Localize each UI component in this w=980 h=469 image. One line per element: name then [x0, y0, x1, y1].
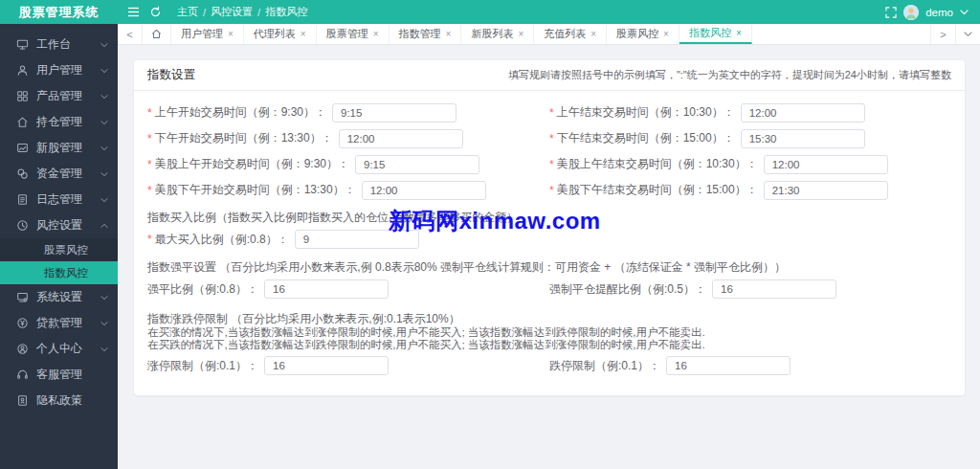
home-icon [16, 116, 29, 128]
field-label: *下午结束交易时间（例：15:00）： [549, 130, 735, 146]
tab-index-management[interactable]: 指数管理× [390, 24, 462, 44]
close-icon[interactable]: × [228, 29, 234, 39]
liquidation-ratio-input[interactable] [264, 279, 389, 299]
user-icon [16, 64, 29, 77]
sidebar-item-customer-service[interactable]: 客服管理 [0, 362, 118, 388]
limit-section: 指数涨跌停限制 （百分比均采用小数来表示,例:0.1表示10%） 在买涨的情况下… [147, 312, 951, 377]
settings-icon [16, 291, 29, 303]
us-pm-open-time-input[interactable] [362, 181, 486, 200]
field-label: *美股上午结束交易时间（例：10:30）： [549, 156, 758, 172]
fullscreen-icon[interactable] [885, 7, 897, 18]
chevron-down-icon [100, 119, 108, 126]
sidebar-item-privacy-policy[interactable]: 隐私政策 [0, 388, 118, 413]
field-label: 强制平仓提醒比例（例:0.5）： [549, 281, 706, 298]
username-label[interactable]: demo [925, 7, 953, 18]
liquidation-alert-ratio-input[interactable] [712, 279, 836, 299]
field-label: *美股下午结束交易时间（例：15:00）： [549, 182, 758, 198]
limit-up-input[interactable] [264, 356, 389, 375]
field-label: *下午开始交易时间（例：13:30）： [147, 130, 333, 146]
close-icon[interactable]: × [446, 29, 452, 39]
chevron-down-icon [100, 346, 108, 353]
breadcrumb: 主页 / 风控设置 / 指数风控 [177, 5, 307, 19]
tab-index-risk[interactable]: 指数风控× [679, 24, 752, 44]
field-label: *上午结束交易时间（例：10:30）： [549, 104, 735, 121]
clock-icon [16, 219, 29, 232]
sidebar-item-users[interactable]: 用户管理 [0, 57, 118, 83]
grid-icon [16, 90, 29, 102]
user-avatar[interactable] [903, 5, 919, 20]
coins-icon [16, 168, 29, 180]
tab-new-stock-list[interactable]: 新股列表× [461, 24, 534, 44]
pm-open-time-input[interactable] [339, 129, 463, 148]
tabs-scroll-right-button[interactable]: > [930, 24, 955, 44]
sidebar-nav: 工作台 用户管理 产品管理 持仓管理 新股管理 资金管理 日志管理 风控设置 股… [0, 24, 118, 469]
monitor-icon [16, 38, 29, 51]
limit-down-input[interactable] [666, 356, 791, 375]
refresh-icon[interactable] [149, 6, 162, 18]
close-icon[interactable]: × [590, 29, 596, 39]
sidebar-subitem-stock-risk[interactable]: 股票风控 [0, 238, 118, 261]
tab-home[interactable] [143, 24, 171, 44]
sidebar-item-products[interactable]: 产品管理 [0, 83, 118, 109]
person-circle-icon [16, 343, 29, 355]
liquidation-section: 指数强平设置 （百分比均采用小数来表示,例 0.8表示80% 强制平仓线计算规则… [147, 260, 951, 301]
field-label: 强平比例（例:0.8）： [147, 281, 258, 298]
sidebar-item-logs[interactable]: 日志管理 [0, 187, 118, 212]
sidebar-item-workbench[interactable]: 工作台 [0, 32, 118, 57]
tab-stock-risk[interactable]: 股票风控× [607, 24, 679, 44]
tab-bar: < 用户管理× 代理列表× 股票管理× 指数管理× 新股列表× 充值列表× 股票… [118, 24, 980, 45]
sidebar-item-new-stocks[interactable]: 新股管理 [0, 135, 118, 161]
chevron-down-icon [100, 41, 108, 49]
field-label: *最大买入比例（例:0.8）： [147, 232, 289, 248]
buy-ratio-section: 指数买入比例（指数买入比例即指数买入的仓位,指数最多能够买的金额） *最大买入比… [147, 211, 951, 251]
us-am-close-time-input[interactable] [764, 155, 888, 174]
chevron-down-icon [100, 294, 108, 302]
time-row: *美股下午开始交易时间（例：13:30）： *美股下午结束交易时间（例：15:0… [147, 177, 951, 203]
policy-doc-icon [16, 394, 29, 407]
home-icon [151, 29, 162, 39]
chevron-down-icon [100, 196, 108, 204]
breadcrumb-home[interactable]: 主页 [177, 5, 198, 19]
breadcrumb-current: 指数风控 [265, 5, 307, 19]
breadcrumb-section[interactable]: 风控设置 [211, 5, 253, 19]
section-heading: 指数涨跌停限制 （百分比均采用小数来表示,例:0.1表示10%） [147, 312, 951, 325]
pm-close-time-input[interactable] [741, 129, 865, 148]
tab-recharge-list[interactable]: 充值列表× [534, 24, 607, 44]
max-buy-ratio-input[interactable] [295, 230, 419, 249]
sidebar-item-profile[interactable]: 个人中心 [0, 336, 118, 362]
am-close-time-input[interactable] [741, 103, 865, 123]
close-icon[interactable]: × [301, 29, 306, 39]
us-am-open-time-input[interactable] [355, 155, 479, 174]
section-heading: 指数买入比例（指数买入比例即指数买入的仓位,指数最多能够买的金额） [147, 211, 951, 224]
tab-stock-management[interactable]: 股票管理× [317, 24, 390, 44]
chevron-down-icon [964, 32, 972, 37]
time-row: *下午开始交易时间（例：13:30）： *下午结束交易时间（例：15:00）： [147, 125, 951, 151]
field-label: 跌停限制（例:0.1）： [549, 358, 660, 374]
sidebar-item-loans[interactable]: 贷款管理 [0, 310, 118, 336]
tab-user-management[interactable]: 用户管理× [171, 24, 244, 44]
section-desc: 在买跌的情况下,当该指数涨幅达到跌停限制的时候,用户不能买入; 当该指数涨幅达到… [147, 340, 951, 350]
close-icon[interactable]: × [736, 28, 742, 38]
sidebar-item-positions[interactable]: 持仓管理 [0, 109, 118, 135]
image-chart-icon [16, 142, 29, 154]
close-icon[interactable]: × [373, 29, 379, 39]
sidebar-item-funds[interactable]: 资金管理 [0, 161, 118, 187]
chevron-down-icon [100, 145, 108, 152]
card-title: 指数设置 [147, 67, 195, 83]
field-label: *美股下午开始交易时间（例：13:30）： [147, 182, 356, 198]
sidebar-item-risk-settings[interactable]: 风控设置 [0, 212, 118, 238]
am-open-time-input[interactable] [332, 103, 457, 123]
chevron-down-icon [100, 93, 108, 100]
tab-agent-list[interactable]: 代理列表× [244, 24, 317, 44]
us-pm-close-time-input[interactable] [764, 181, 888, 200]
time-row: *上午开始交易时间（例：9:30）： *上午结束交易时间（例：10:30）： [147, 100, 951, 125]
tabs-menu-button[interactable] [955, 24, 980, 44]
hamburger-icon[interactable] [127, 7, 140, 17]
close-icon[interactable]: × [663, 29, 669, 39]
index-settings-card: 指数设置 填写规则请按照括号中的示例填写，":"统一为英文中的字符，提现时间为2… [134, 60, 965, 395]
close-icon[interactable]: × [518, 29, 523, 39]
sidebar-item-system-settings[interactable]: 系统设置 [0, 284, 118, 310]
tabs-scroll-left-button[interactable]: < [118, 24, 143, 44]
sidebar-subitem-index-risk[interactable]: 指数风控 [0, 261, 118, 284]
user-chevron-down-icon[interactable] [960, 10, 969, 15]
